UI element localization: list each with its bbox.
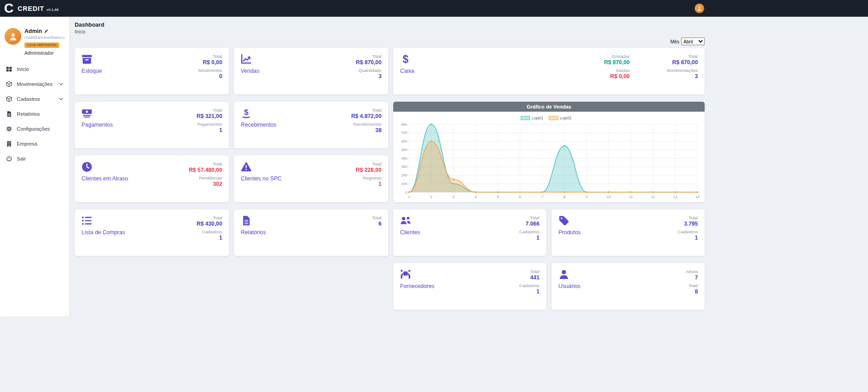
card-usuarios[interactable]: Usuários Ativos 7 Total 8 [552, 263, 705, 310]
card-caixa[interactable]: $ Caixa Entradas R$ 870,00 Saídas R$ 0,0… [393, 48, 705, 94]
stat: Total R$ 4.872,00 [351, 108, 382, 120]
sidebar-item-configuracoes[interactable]: Configurações [0, 121, 69, 136]
sidebar-item-empresa[interactable]: Empresa [0, 136, 69, 151]
stat-value: 8 [686, 288, 698, 296]
stat: Movimentações 3 [667, 68, 698, 80]
stat-value: R$ 870,00 [604, 59, 630, 66]
sidebar-item-inicio[interactable]: Início [0, 61, 69, 76]
stat-value: 1 [196, 127, 222, 134]
card-title: Relatórios [241, 229, 266, 236]
app-version: v0.1.88 [47, 8, 59, 12]
profile-role: Administrador [24, 50, 65, 56]
card-left: Fornecedores [400, 269, 434, 304]
sidebar-item-cadastros[interactable]: Cadastros [0, 91, 69, 106]
svg-text:Loja02: Loja02 [560, 116, 572, 120]
svg-text:13: 13 [673, 195, 677, 199]
right-bottom-grid: Clientes Total 7.066 Cadastros 1 Produto… [393, 209, 705, 310]
card-relatorios[interactable]: Relatórios Total 6 [234, 209, 388, 256]
sidebar-menu: Início Movimentações Cadastros Relatório… [0, 61, 69, 166]
card-clientes-em-atraso[interactable]: Clientes em Atraso Total R$ 57.480,00 Pe… [75, 156, 229, 202]
sidebar: Admin credit@anronsoftware.co... LOJA VE… [0, 17, 69, 316]
card-left: Pagamentos [81, 108, 113, 143]
card-left: Produtos [558, 215, 581, 250]
card-title: Lista de Compras [81, 229, 125, 236]
svg-text:10: 10 [607, 195, 611, 199]
svg-text:8: 8 [563, 195, 566, 199]
stat-label: Total [196, 108, 222, 113]
sidebar-item-movimentacoes[interactable]: Movimentações [0, 76, 69, 91]
stat: Recebimentos 38 [351, 122, 382, 134]
card-title: Clientes [400, 229, 420, 236]
svg-text:3: 3 [453, 195, 455, 199]
stat-label: Registros [356, 175, 382, 181]
svg-text:$: $ [244, 108, 248, 117]
svg-text:100: 100 [401, 182, 408, 186]
card-produtos[interactable]: Produtos Total 3.795 Cadastros 1 [552, 209, 705, 256]
card-title: Pagamentos [81, 122, 113, 128]
sidebar-item-label: Relatórios [17, 111, 40, 117]
stat: Total R$ 321,00 [196, 108, 222, 120]
card-estoque[interactable]: Estoque Total R$ 0,00 Movimentos 0 [75, 48, 229, 94]
stat-label: Total [677, 215, 698, 221]
edit-profile-icon[interactable] [44, 29, 48, 33]
stat-label: Total [189, 161, 222, 167]
card-title: Fornecedores [400, 283, 434, 289]
stat-label: Saídas [604, 68, 630, 73]
stat-label: Pagamentos [196, 122, 222, 127]
box-icon [6, 96, 12, 102]
card-fornecedores[interactable]: Fornecedores Total 441 Cadastros 1 [393, 263, 546, 310]
card-stats: Total R$ 0,00 Movimentos 0 [198, 54, 222, 89]
sidebar-item-relatorios[interactable]: Relatórios [0, 106, 69, 121]
svg-text:9: 9 [586, 195, 588, 199]
stat-label: Cadastros [519, 229, 539, 235]
stat-label: Total [519, 215, 539, 221]
sidebar-item-sair[interactable]: Sair [0, 151, 69, 166]
profile-block: Admin credit@anronsoftware.co... LOJA VE… [0, 17, 69, 56]
card-vendas[interactable]: Vendas Total R$ 870,00 Quantidade 3 [234, 48, 388, 94]
card-stats: Total 3.795 Cadastros 1 [677, 215, 698, 250]
stat: Total R$ 430,00 [196, 215, 222, 228]
stat-value: 441 [519, 274, 539, 282]
stat-value: R$ 0,00 [604, 73, 630, 80]
card-stats: Total 7.066 Cadastros 1 [519, 215, 539, 250]
stat: Total R$ 870,00 [667, 54, 698, 66]
card-title: Vendas [241, 68, 259, 74]
stat: Registros 1 [356, 175, 382, 188]
card-pagamentos[interactable]: Pagamentos Total R$ 321,00 Pagamentos 1 [75, 102, 229, 148]
sidebar-item-label: Empresa [17, 141, 37, 146]
warning-icon [241, 161, 252, 172]
card-lista-de-compras[interactable]: Lista de Compras Total R$ 430,00 Cadastr… [75, 209, 229, 256]
stat-label: Total [198, 54, 222, 59]
svg-text:7: 7 [541, 195, 544, 199]
profile-avatar[interactable] [5, 28, 21, 45]
stat-label: Movimentos [198, 68, 222, 73]
sales-chart-panel: Gráfico de Vendas 0100200300400500600700… [393, 102, 705, 202]
card-left: Clientes no SPC [241, 161, 281, 197]
left-card-group: Estoque Total R$ 0,00 Movimentos 0 Venda… [75, 48, 388, 256]
month-select[interactable]: Abril [681, 38, 705, 45]
sidebar-item-label: Cadastros [17, 96, 40, 102]
main-content: Dashboard Início Mês Abril Estoque Total… [69, 17, 868, 310]
user-avatar[interactable] [695, 4, 704, 13]
card-stats: Total 6 [372, 215, 382, 250]
money-icon [81, 108, 92, 118]
app-logo: C [4, 2, 13, 15]
stat: Total 441 [519, 269, 539, 282]
person-icon [8, 32, 18, 42]
card-left: Clientes em Atraso [81, 161, 128, 197]
stat-label: Cadastros [196, 229, 222, 235]
svg-text:1: 1 [408, 195, 410, 199]
card-title: Estoque [81, 68, 102, 74]
card-recebimentos[interactable]: $ Recebimentos Total R$ 4.872,00 Recebim… [234, 102, 388, 148]
stat-value: R$ 870,00 [356, 59, 382, 66]
card-clientes[interactable]: Clientes Total 7.066 Cadastros 1 [393, 209, 546, 256]
svg-text:0: 0 [405, 190, 408, 194]
stat-label: Entradas [604, 54, 630, 59]
stat-value: R$ 870,00 [667, 59, 698, 66]
stat-label: Ativos [686, 269, 698, 274]
svg-text:14: 14 [696, 195, 700, 199]
sidebar-item-label: Sair [17, 156, 26, 161]
card-title: Usuários [558, 283, 581, 289]
card-clientes-no-spc[interactable]: Clientes no SPC Total R$ 228,00 Registro… [234, 156, 388, 202]
topbar: C CREDIT v0.1.88 [0, 0, 868, 17]
